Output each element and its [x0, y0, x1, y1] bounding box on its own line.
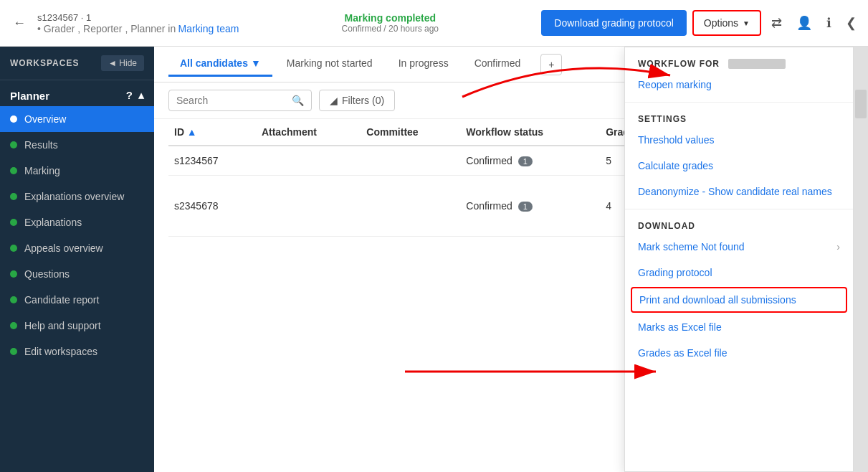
row1-committee — [361, 146, 460, 176]
top-bar: ← s1234567 · 1 • Grader , Reporter , Pla… — [0, 0, 868, 47]
mark-scheme-item[interactable]: Mark scheme Not found › — [625, 234, 853, 260]
tab-marking-not-started[interactable]: Marking not started — [275, 52, 384, 77]
download-protocol-button[interactable]: Download grading protocol — [541, 10, 687, 36]
download-label: DOWNLOAD — [625, 214, 853, 234]
row2-workflow-badge: 1 — [518, 202, 533, 212]
nav-dot-marking — [10, 167, 17, 174]
back-button[interactable]: ← — [7, 13, 32, 34]
workflow-for-bar — [728, 59, 786, 69]
options-button[interactable]: Options ▼ — [692, 10, 761, 36]
row1-attachment — [256, 146, 361, 176]
threshold-values-item[interactable]: Threshold values — [625, 127, 853, 153]
nav-dot-candidate-report — [10, 296, 17, 303]
row2-workflow-status: Confirmed 1 — [460, 176, 600, 237]
sidebar-item-questions[interactable]: Questions — [0, 261, 154, 287]
sidebar-nav: Overview Results Marking Explanations ov… — [0, 106, 154, 364]
deanonymize-item[interactable]: Deanonymize - Show candidate real names — [625, 179, 853, 204]
row2-committee — [361, 176, 460, 237]
row1-workflow-status: Confirmed 1 — [460, 146, 600, 176]
nav-dot-results — [10, 141, 17, 148]
sidebar-item-appeals-overview[interactable]: Appeals overview — [0, 235, 154, 261]
info-icon[interactable]: ℹ — [822, 12, 836, 34]
add-tab-button[interactable]: + — [540, 54, 562, 75]
confirmed-time: Confirmed / 20 hours ago — [342, 24, 439, 34]
divider-2 — [625, 209, 853, 209]
chevron-right-icon: › — [836, 241, 840, 252]
col-committee[interactable]: Committee — [361, 119, 460, 146]
nav-dot-explanations-overview — [10, 193, 17, 200]
workflow-for-label: WORKFLOW FOR — [638, 59, 720, 69]
content-area: All candidates ▼ Marking not started In … — [154, 47, 854, 472]
sidebar-item-edit-workspaces[interactable]: Edit workspaces — [0, 339, 154, 364]
sidebar-item-candidate-report[interactable]: Candidate report — [0, 287, 154, 313]
workflow-for-section: WORKFLOW FOR — [625, 47, 853, 72]
sidebar-section-title: Planner ? ▴ — [0, 80, 154, 106]
sidebar-item-explanations[interactable]: Explanations — [0, 209, 154, 235]
row1-workflow-badge: 1 — [518, 156, 533, 166]
tab-all-candidates[interactable]: All candidates ▼ — [168, 52, 272, 77]
grades-excel-item[interactable]: Grades as Excel file — [625, 340, 853, 366]
filter-button[interactable]: ◢ Filters (0) — [319, 90, 395, 111]
sort-icon: ▲ — [187, 126, 197, 138]
top-bar-status: Marking completed Confirmed / 20 hours a… — [239, 12, 541, 34]
marking-status: Marking completed — [345, 12, 437, 24]
options-dropdown: WORKFLOW FOR Reopen marking SETTINGS Thr… — [624, 47, 854, 472]
marking-team-link[interactable]: Marking team — [178, 23, 239, 34]
sidebar-item-help[interactable]: Help and support — [0, 313, 154, 339]
nav-dot-questions — [10, 270, 17, 278]
nav-dot-edit-workspaces — [10, 348, 17, 355]
marks-excel-item[interactable]: Marks as Excel file — [625, 314, 853, 340]
top-bar-info: s1234567 · 1 • Grader , Reporter , Plann… — [37, 12, 239, 34]
tab-confirmed[interactable]: Confirmed — [463, 52, 533, 77]
divider-1 — [625, 102, 853, 103]
row2-id[interactable]: s2345678 — [168, 176, 256, 237]
nav-dot-explanations — [10, 219, 17, 226]
scrollbar-thumb[interactable] — [855, 90, 867, 118]
top-bar-actions: Download grading protocol Options ▼ ⇄ 👤 … — [541, 10, 861, 36]
reopen-marking-item[interactable]: Reopen marking — [625, 72, 853, 98]
question-icon[interactable]: ? — [126, 89, 133, 102]
nav-dot-help — [10, 322, 17, 329]
tab-in-progress[interactable]: In progress — [387, 52, 460, 77]
hide-button[interactable]: ◄ Hide — [101, 55, 144, 71]
row2-attachment — [256, 176, 361, 237]
sidebar-header: WORKSPACES ◄ Hide — [0, 47, 154, 80]
grading-protocol-item[interactable]: Grading protocol — [625, 260, 853, 285]
filter-icon: ◢ — [330, 95, 338, 106]
sidebar-item-overview[interactable]: Overview — [0, 106, 154, 132]
main-layout: WORKSPACES ◄ Hide Planner ? ▴ Overview R… — [0, 47, 868, 472]
candidate-id: s1234567 · 1 — [37, 12, 239, 23]
role-info: • Grader , Reporter , Planner in Marking… — [37, 23, 239, 34]
transfer-icon[interactable]: ⇄ — [767, 12, 786, 34]
sidebar-item-marking[interactable]: Marking — [0, 158, 154, 184]
calculate-grades-item[interactable]: Calculate grades — [625, 153, 853, 179]
print-download-item[interactable]: Print and download all submissions — [631, 287, 847, 313]
col-attachment[interactable]: Attachment — [256, 119, 361, 146]
settings-label: SETTINGS — [625, 107, 853, 127]
expand-icon[interactable]: ▴ — [138, 89, 144, 102]
sidebar-item-results[interactable]: Results — [0, 132, 154, 158]
col-id[interactable]: ID ▲ — [168, 119, 256, 146]
collapse-icon[interactable]: ❮ — [841, 12, 861, 34]
workspaces-label: WORKSPACES — [10, 58, 79, 68]
right-scrollbar — [854, 47, 868, 472]
sidebar-item-explanations-overview[interactable]: Explanations overview — [0, 184, 154, 209]
sidebar: WORKSPACES ◄ Hide Planner ? ▴ Overview R… — [0, 47, 154, 472]
row1-id[interactable]: s1234567 — [168, 146, 256, 176]
search-input[interactable] — [176, 95, 286, 106]
col-workflow-status[interactable]: Workflow status — [460, 119, 600, 146]
user-icon[interactable]: 👤 — [792, 12, 816, 34]
search-icon: 🔍 — [292, 95, 304, 106]
search-box[interactable]: 🔍 — [168, 90, 312, 111]
chevron-down-icon: ▼ — [743, 19, 750, 27]
nav-dot-appeals-overview — [10, 245, 17, 252]
nav-dot-overview — [10, 115, 17, 123]
tab-chevron-icon: ▼ — [251, 57, 261, 69]
sidebar-icons: ? ▴ — [126, 89, 144, 102]
